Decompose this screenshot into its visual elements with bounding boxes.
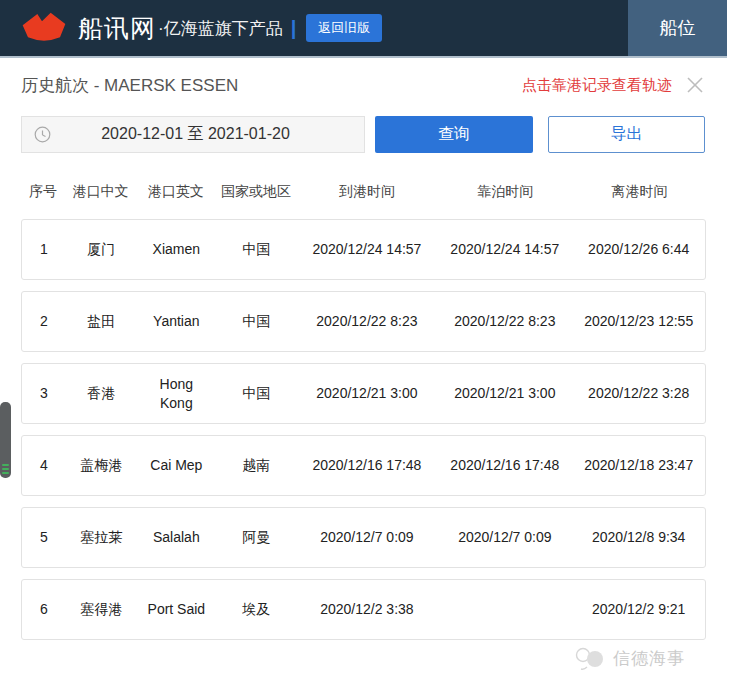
close-button[interactable] bbox=[684, 74, 706, 96]
page-title: 历史航次 - MAERSK ESSEN bbox=[21, 74, 238, 97]
brand-name: 船讯网 bbox=[78, 12, 156, 45]
panel-header: 历史航次 - MAERSK ESSEN 点击靠港记录查看轨迹 bbox=[0, 60, 727, 110]
cell-no: 2 bbox=[22, 312, 66, 331]
export-button[interactable]: 导出 bbox=[548, 116, 705, 153]
cell-no: 5 bbox=[22, 528, 66, 547]
watermark: 信德海事 bbox=[574, 646, 685, 670]
scrollbar-thumb[interactable] bbox=[0, 402, 11, 478]
cell-arrival: 2020/12/21 3:00 bbox=[297, 384, 438, 403]
cell-port-en: Port Said bbox=[137, 600, 216, 619]
date-range-picker[interactable]: 2020-12-01 至 2021-01-20 bbox=[21, 116, 365, 153]
cell-port-cn: 盖梅港 bbox=[66, 456, 137, 475]
table-row[interactable]: 6 塞得港 Port Said 埃及 2020/12/2 3:38 2020/1… bbox=[21, 579, 706, 640]
cell-port-en: Hong Kong bbox=[137, 375, 216, 413]
cell-departure: 2020/12/18 23:47 bbox=[572, 456, 705, 475]
cell-country: 阿曼 bbox=[216, 528, 297, 547]
cell-port-cn: 塞得港 bbox=[66, 600, 137, 619]
cell-port-cn: 厦门 bbox=[66, 240, 137, 259]
query-button[interactable]: 查询 bbox=[375, 116, 533, 153]
indicator-stripe bbox=[2, 468, 9, 470]
watermark-text: 信德海事 bbox=[613, 647, 685, 670]
cell-country: 越南 bbox=[216, 456, 297, 475]
cell-country: 中国 bbox=[216, 312, 297, 331]
site-logo[interactable]: 船讯网 ·亿海蓝旗下产品 | bbox=[20, 11, 306, 45]
cell-no: 3 bbox=[22, 384, 66, 403]
col-header-berth: 靠泊时间 bbox=[437, 183, 573, 201]
col-header-arrival: 到港时间 bbox=[296, 183, 437, 201]
cell-berth: 2020/12/21 3:00 bbox=[437, 384, 572, 403]
cell-country: 中国 bbox=[216, 240, 297, 259]
cell-arrival: 2020/12/2 3:38 bbox=[297, 600, 438, 619]
table-row[interactable]: 5 塞拉莱 Salalah 阿曼 2020/12/7 0:09 2020/12/… bbox=[21, 507, 706, 568]
cell-port-en: Yantian bbox=[137, 312, 216, 331]
table-row[interactable]: 3 香港 Hong Kong 中国 2020/12/21 3:00 2020/1… bbox=[21, 363, 706, 424]
close-icon bbox=[685, 75, 705, 95]
cell-arrival: 2020/12/7 0:09 bbox=[297, 528, 438, 547]
cell-port-en: Salalah bbox=[137, 528, 216, 547]
boat-logo-icon bbox=[20, 11, 68, 45]
indicator-stripe bbox=[2, 464, 9, 466]
table-row[interactable]: 1 厦门 Xiamen 中国 2020/12/24 14:57 2020/12/… bbox=[21, 219, 706, 280]
history-voyage-panel: 船讯网 ·亿海蓝旗下产品 | 返回旧版 船位 历史航次 - MAERSK ESS… bbox=[0, 0, 727, 683]
top-navbar: 船讯网 ·亿海蓝旗下产品 | 返回旧版 船位 bbox=[0, 0, 727, 58]
cell-port-cn: 盐田 bbox=[66, 312, 137, 331]
brand-subtitle: ·亿海蓝旗下产品 bbox=[158, 17, 283, 40]
cell-no: 6 bbox=[22, 600, 66, 619]
date-range-value: 2020-12-01 至 2021-01-20 bbox=[51, 124, 364, 145]
brand-divider: | bbox=[291, 17, 297, 40]
cell-berth: 2020/12/22 8:23 bbox=[437, 312, 572, 331]
col-header-no: 序号 bbox=[21, 183, 65, 201]
cell-port-cn: 香港 bbox=[66, 384, 137, 403]
back-to-old-version-button[interactable]: 返回旧版 bbox=[306, 14, 382, 42]
cell-no: 1 bbox=[22, 240, 66, 259]
cell-arrival: 2020/12/22 8:23 bbox=[297, 312, 438, 331]
col-header-country: 国家或地区 bbox=[216, 183, 297, 201]
cell-country: 埃及 bbox=[216, 600, 297, 619]
filter-row: 2020-12-01 至 2021-01-20 查询 导出 bbox=[0, 116, 727, 153]
cell-departure: 2020/12/23 12:55 bbox=[572, 312, 705, 331]
cell-arrival: 2020/12/16 17:48 bbox=[297, 456, 438, 475]
click-record-hint: 点击靠港记录查看轨迹 bbox=[522, 76, 672, 95]
col-header-port-en: 港口英文 bbox=[136, 183, 215, 201]
cell-port-en: Cai Mep bbox=[137, 456, 216, 475]
col-header-departure: 离港时间 bbox=[573, 183, 706, 201]
watermark-logo-icon bbox=[574, 646, 606, 670]
cell-berth: 2020/12/7 0:09 bbox=[437, 528, 572, 547]
cell-departure: 2020/12/8 9:34 bbox=[572, 528, 705, 547]
cell-port-cn: 塞拉莱 bbox=[66, 528, 137, 547]
cell-country: 中国 bbox=[216, 384, 297, 403]
table-header-row: 序号 港口中文 港口英文 国家或地区 到港时间 靠泊时间 离港时间 bbox=[0, 173, 727, 211]
clock-icon bbox=[34, 126, 51, 143]
col-header-port-cn: 港口中文 bbox=[65, 183, 136, 201]
table-row[interactable]: 2 盐田 Yantian 中国 2020/12/22 8:23 2020/12/… bbox=[21, 291, 706, 352]
indicator-stripe bbox=[2, 472, 9, 474]
cell-berth: 2020/12/24 14:57 bbox=[437, 240, 572, 259]
tab-ship-position[interactable]: 船位 bbox=[628, 0, 727, 56]
voyage-table: 序号 港口中文 港口英文 国家或地区 到港时间 靠泊时间 离港时间 1 厦门 X… bbox=[0, 173, 727, 640]
table-row[interactable]: 4 盖梅港 Cai Mep 越南 2020/12/16 17:48 2020/1… bbox=[21, 435, 706, 496]
cell-departure: 2020/12/2 9:21 bbox=[572, 600, 705, 619]
cell-no: 4 bbox=[22, 456, 66, 475]
cell-departure: 2020/12/22 3:28 bbox=[572, 384, 705, 403]
cell-berth: 2020/12/16 17:48 bbox=[437, 456, 572, 475]
cell-arrival: 2020/12/24 14:57 bbox=[297, 240, 438, 259]
cell-departure: 2020/12/26 6:44 bbox=[572, 240, 705, 259]
cell-port-en: Xiamen bbox=[137, 240, 216, 259]
